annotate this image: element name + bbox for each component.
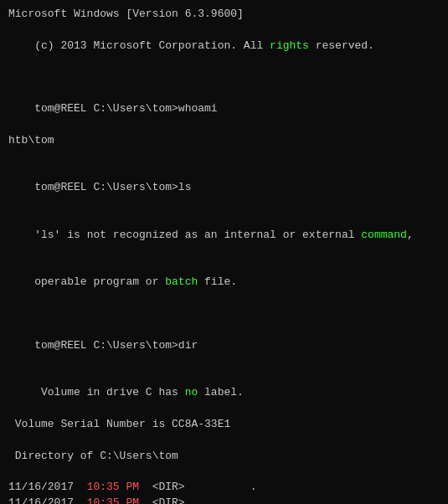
entry-type: <DIR> — [152, 496, 250, 504]
whoami-result: htb\tom — [8, 133, 440, 149]
ls-error-quote: 'ls' is not recognized as an internal or… — [34, 229, 361, 241]
prompt-whoami: tom@REEL C:\Users\tom>whoami — [34, 102, 217, 115]
header-reserved: reserved. — [309, 39, 374, 52]
table-row: 11/16/2017 10:35 PM <DIR> . — [8, 480, 440, 496]
directory-entries: 11/16/2017 10:35 PM <DIR> .11/16/2017 10… — [8, 480, 440, 504]
entry-time: 10:35 PM — [87, 481, 152, 493]
entry-date: 11/16/2017 — [8, 481, 87, 493]
terminal-window: Microsoft Windows [Version 6.3.9600] (c)… — [0, 0, 448, 504]
entry-name: . — [250, 481, 257, 493]
directory-of-line: Directory of C:\Users\tom — [8, 449, 440, 465]
entry-name: .. — [250, 496, 264, 504]
rights-keyword: rights — [270, 39, 309, 52]
header-line-2: (c) 2013 Microsoft Corporation. All righ… — [8, 23, 440, 70]
volume-label-line: Volume in drive C has no label. — [8, 369, 440, 417]
batch-keyword: batch — [165, 275, 198, 288]
command-keyword: command — [361, 229, 407, 241]
prompt-ls-line: tom@REEL C:\Users\tom>ls — [8, 164, 440, 212]
table-row: 11/16/2017 10:35 PM <DIR> .. — [8, 496, 440, 504]
blank-4 — [8, 433, 440, 449]
prompt-ls: tom@REEL C:\Users\tom>ls — [34, 181, 191, 193]
no-keyword: no — [185, 386, 198, 399]
vol-label-2: label. — [198, 386, 244, 399]
entry-type: <DIR> — [152, 481, 250, 493]
ls-error-comma: , — [407, 229, 414, 241]
header-copyright: (c) 2013 Microsoft Corporation. All — [34, 39, 270, 52]
ls-error-file: file. — [198, 275, 237, 288]
vol-label-1: Volume in drive C has — [34, 386, 184, 399]
blank-2 — [8, 149, 440, 165]
blank-3 — [8, 306, 440, 322]
ls-error-line-2: operable program or batch file. — [8, 260, 440, 307]
blank-1 — [8, 69, 440, 85]
prompt-dir-line: tom@REEL C:\Users\tom>dir — [8, 322, 440, 370]
prompt-dir: tom@REEL C:\Users\tom>dir — [34, 339, 198, 352]
prompt-whoami-line: tom@REEL C:\Users\tom>whoami — [8, 85, 440, 133]
ls-error-operable: operable program or — [34, 275, 165, 288]
header-line-1: Microsoft Windows [Version 6.3.9600] — [8, 7, 440, 23]
entry-date: 11/16/2017 — [8, 496, 87, 504]
entry-time: 10:35 PM — [87, 496, 152, 504]
blank-5 — [8, 464, 440, 480]
volume-serial-line: Volume Serial Number is CC8A-33E1 — [8, 417, 440, 433]
ls-error-line-1: 'ls' is not recognized as an internal or… — [8, 212, 440, 260]
